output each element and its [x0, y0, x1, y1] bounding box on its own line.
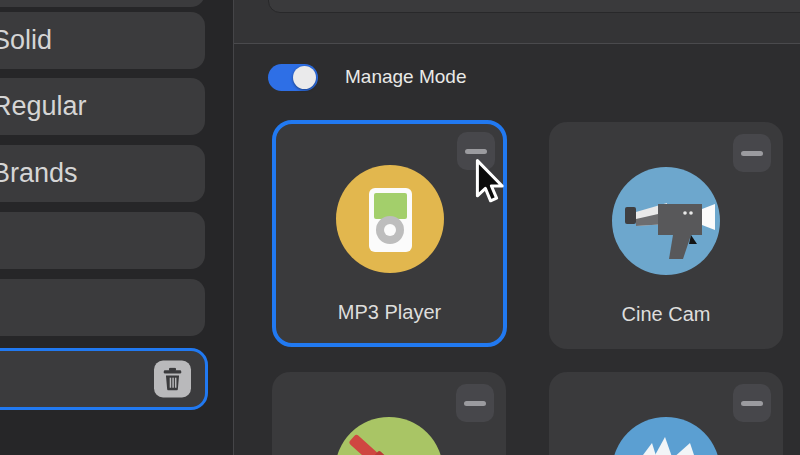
- content-panel: Manage Mode MP3 Player: [234, 0, 800, 455]
- mouse-cursor: [475, 159, 511, 207]
- minus-icon: [741, 151, 763, 156]
- top-panel-box: [268, 0, 800, 13]
- ipod-click-wheel: [376, 216, 404, 244]
- paper-bird-glyph: [612, 417, 720, 455]
- manage-mode-label: Manage Mode: [345, 66, 466, 88]
- card-mp3-player[interactable]: MP3 Player: [272, 120, 507, 347]
- trash-icon: [162, 368, 183, 391]
- remove-button[interactable]: [456, 384, 494, 422]
- red-pin-tool-icon: [335, 417, 443, 455]
- sidebar-item-empty-2[interactable]: [0, 279, 205, 336]
- card-partial-green[interactable]: [272, 372, 506, 455]
- paper-bird-icon: [612, 417, 720, 455]
- sidebar-item-empty-1[interactable]: [0, 212, 205, 269]
- toggle-knob: [293, 66, 316, 89]
- ipod-body: [369, 188, 412, 252]
- card-label: Cine Cam: [549, 303, 783, 326]
- card-partial-blue[interactable]: [549, 372, 783, 455]
- minus-icon: [741, 401, 763, 406]
- sidebar-item-solid[interactable]: Solid: [0, 12, 205, 69]
- sidebar-item-brands[interactable]: Brands: [0, 145, 205, 202]
- app-window: Solid Regular Brands Manage Mode: [0, 0, 800, 455]
- manage-mode-toggle[interactable]: [268, 64, 318, 91]
- red-pin-glyph: [335, 417, 443, 455]
- sidebar-item-label: Regular: [0, 91, 87, 122]
- mp3-player-icon: [336, 165, 444, 273]
- sidebar-item-partial[interactable]: [0, 0, 205, 7]
- cine-camera-glyph: [612, 167, 720, 275]
- remove-button[interactable]: [733, 384, 771, 422]
- remove-button[interactable]: [733, 134, 771, 172]
- card-label: MP3 Player: [276, 301, 503, 324]
- sidebar-item-label: Solid: [0, 25, 52, 56]
- cine-camera-icon: [612, 167, 720, 275]
- sidebar-item-label: Brands: [0, 158, 78, 189]
- sidebar-item-selected[interactable]: [0, 348, 208, 410]
- card-cine-cam[interactable]: Cine Cam: [549, 122, 783, 349]
- delete-button[interactable]: [154, 361, 191, 398]
- minus-icon: [464, 401, 486, 406]
- sidebar-item-regular[interactable]: Regular: [0, 78, 205, 135]
- minus-icon: [465, 149, 487, 154]
